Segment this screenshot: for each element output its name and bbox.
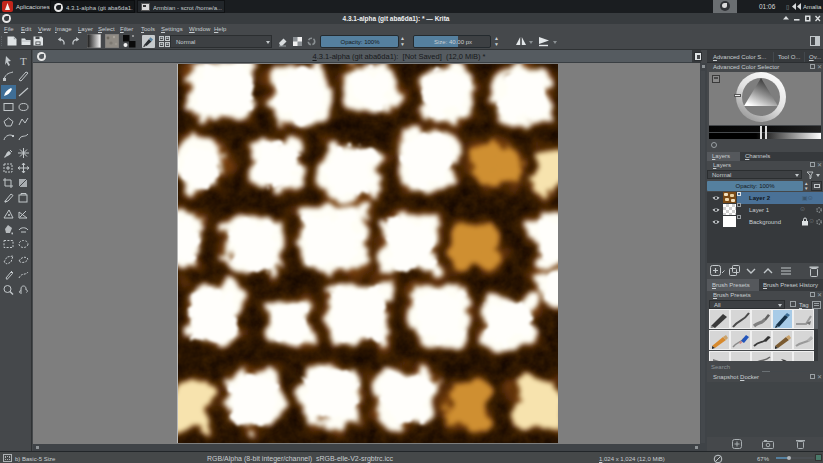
svg-text:T: T bbox=[20, 55, 27, 67]
